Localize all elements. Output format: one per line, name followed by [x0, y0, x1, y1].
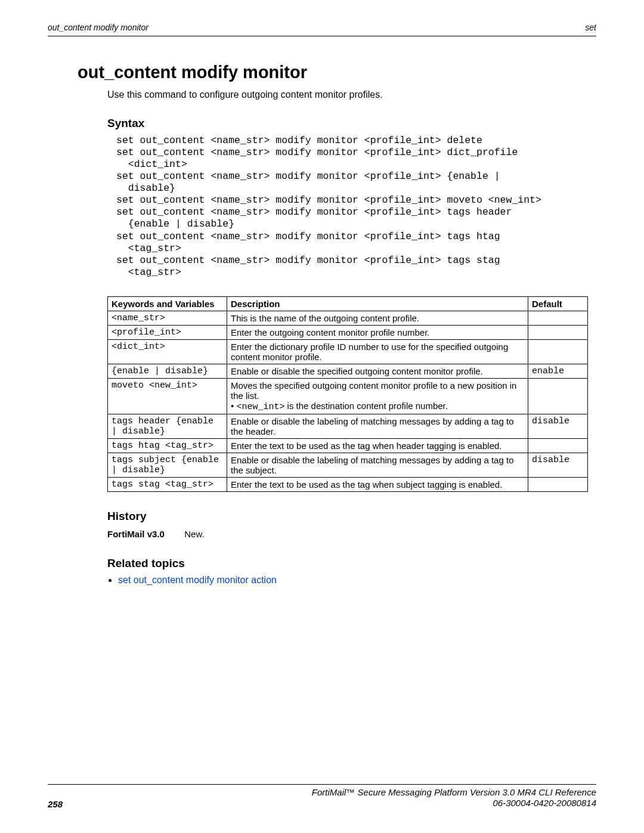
- running-header: out_content modify monitor set: [48, 23, 596, 32]
- page-footer: 258 FortiMail™ Secure Messaging Platform…: [48, 784, 596, 810]
- col-default: Default: [528, 297, 588, 311]
- table-row: tags header {enable | disable}Enable or …: [108, 414, 588, 439]
- history-entry: FortiMail v3.0 New.: [107, 529, 596, 539]
- cell-description: This is the name of the outgoing content…: [227, 311, 528, 326]
- parameters-table: Keywords and Variables Description Defau…: [107, 296, 588, 492]
- table-row: tags stag <tag_str>Enter the text to be …: [108, 478, 588, 492]
- table-row: {enable | disable}Enable or disable the …: [108, 364, 588, 379]
- cell-default: [528, 326, 588, 340]
- cell-keyword: <name_str>: [108, 311, 227, 326]
- col-description: Description: [227, 297, 528, 311]
- cell-default: [528, 379, 588, 414]
- list-item: set out_content modify monitor action: [118, 575, 596, 586]
- table-row: tags subject {enable | disable}Enable or…: [108, 453, 588, 478]
- cell-keyword: tags header {enable | disable}: [108, 414, 227, 439]
- cell-default: enable: [528, 364, 588, 379]
- table-header-row: Keywords and Variables Description Defau…: [108, 297, 588, 311]
- page-number: 258: [48, 799, 63, 809]
- history-note: New.: [184, 529, 204, 539]
- cell-keyword: {enable | disable}: [108, 364, 227, 379]
- cell-default: [528, 311, 588, 326]
- related-heading: Related topics: [107, 557, 596, 570]
- footer-doc-id: 06-30004-0420-20080814: [312, 798, 596, 809]
- cell-description: Enter the outgoing content monitor profi…: [227, 326, 528, 340]
- cell-default: [528, 478, 588, 492]
- cell-default: [528, 439, 588, 453]
- cell-description: Enable or disable the labeling of matchi…: [227, 414, 528, 439]
- history-heading: History: [107, 510, 596, 523]
- cell-description: Enter the text to be used as the tag whe…: [227, 439, 528, 453]
- col-keywords: Keywords and Variables: [108, 297, 227, 311]
- syntax-heading: Syntax: [107, 117, 596, 130]
- cell-keyword: tags htag <tag_str>: [108, 439, 227, 453]
- running-header-left: out_content modify monitor: [48, 23, 148, 32]
- footer-rule: [48, 784, 596, 785]
- cell-keyword: <dict_int>: [108, 340, 227, 364]
- header-rule: [48, 36, 596, 36]
- footer-product-line: FortiMail™ Secure Messaging Platform Ver…: [312, 787, 596, 798]
- cell-description: Enable or disable the specified outgoing…: [227, 364, 528, 379]
- intro-paragraph: Use this command to configure outgoing c…: [107, 88, 596, 101]
- related-link[interactable]: set out_content modify monitor action: [118, 575, 277, 585]
- cell-keyword: tags subject {enable | disable}: [108, 453, 227, 478]
- table-row: moveto <new_int>Moves the specified outg…: [108, 379, 588, 414]
- table-row: <name_str>This is the name of the outgoi…: [108, 311, 588, 326]
- related-topics-list: set out_content modify monitor action: [107, 575, 596, 586]
- table-row: <dict_int>Enter the dictionary profile I…: [108, 340, 588, 364]
- cell-default: disable: [528, 414, 588, 439]
- cell-keyword: <profile_int>: [108, 326, 227, 340]
- cell-default: [528, 340, 588, 364]
- page-title: out_content modify monitor: [78, 63, 596, 82]
- table-row: <profile_int>Enter the outgoing content …: [108, 326, 588, 340]
- cell-keyword: tags stag <tag_str>: [108, 478, 227, 492]
- history-version: FortiMail v3.0: [107, 529, 165, 539]
- cell-description: Enter the text to be used as the tag whe…: [227, 478, 528, 492]
- syntax-block: set out_content <name_str> modify monito…: [116, 135, 596, 279]
- cell-default: disable: [528, 453, 588, 478]
- table-row: tags htag <tag_str>Enter the text to be …: [108, 439, 588, 453]
- running-header-right: set: [585, 23, 596, 32]
- cell-keyword: moveto <new_int>: [108, 379, 227, 414]
- cell-description: Enable or disable the labeling of matchi…: [227, 453, 528, 478]
- cell-description: Moves the specified outgoing content mon…: [227, 379, 528, 414]
- cell-description: Enter the dictionary profile ID number t…: [227, 340, 528, 364]
